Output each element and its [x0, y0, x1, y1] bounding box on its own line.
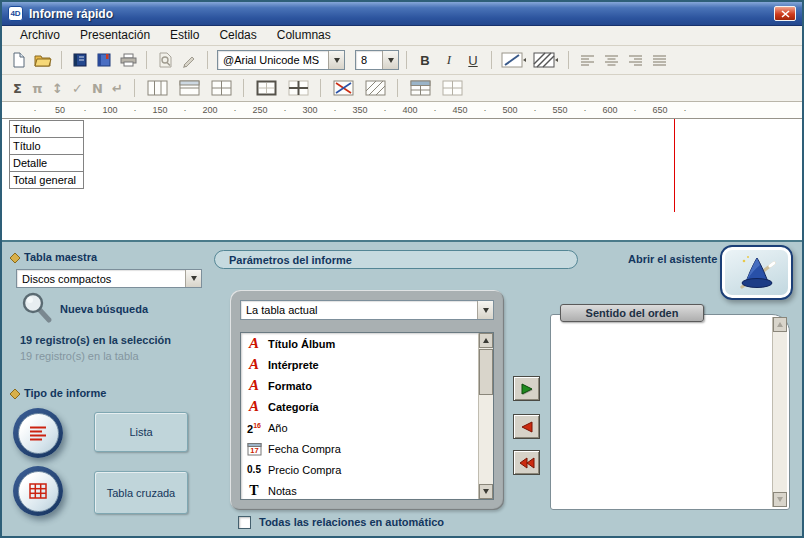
close-button[interactable]	[774, 6, 796, 21]
integer-type-icon: 216	[245, 420, 263, 435]
font-size-select[interactable]: 8	[355, 50, 399, 70]
ruler-dot: ·	[184, 105, 187, 115]
border-picker-button[interactable]	[499, 50, 529, 70]
remove-field-button[interactable]	[513, 414, 540, 439]
field-item-interprete[interactable]: AIntérprete	[241, 354, 478, 375]
menu-item-columnas[interactable]: Columnas	[267, 26, 341, 45]
master-table-select[interactable]: Discos compactos	[16, 269, 202, 288]
italic-button[interactable]: I	[438, 50, 460, 70]
scroll-down-button[interactable]	[773, 492, 787, 507]
border-outline-button[interactable]	[251, 78, 281, 98]
fill-pattern-button[interactable]	[531, 50, 561, 70]
scroll-thumb[interactable]	[479, 349, 493, 395]
open-button[interactable]	[32, 50, 54, 70]
align-left-button[interactable]	[576, 50, 598, 70]
ruler-dot: ·	[534, 105, 537, 115]
field-item-titulo-album[interactable]: ATítulo Álbum	[241, 333, 478, 354]
alpha-type-icon: A	[245, 378, 263, 393]
field-item-notas[interactable]: TNotas	[241, 480, 478, 499]
book-dark-button[interactable]	[69, 50, 91, 70]
field-item-fecha-compra[interactable]: 17Fecha Compra	[241, 438, 478, 459]
field-label: Formato	[268, 380, 312, 392]
cross-table-label: Tabla cruzada	[107, 487, 176, 499]
ruler-dot: ·	[484, 105, 487, 115]
return-icon[interactable]: ↵	[108, 79, 127, 97]
close-icon	[781, 10, 790, 18]
arrow-right-icon	[519, 382, 535, 396]
new-document-button[interactable]	[8, 50, 30, 70]
add-field-button[interactable]	[513, 376, 540, 401]
count-icon[interactable]: N	[88, 79, 107, 97]
arrow-double-left-icon	[518, 456, 536, 470]
field-list-scrollbar[interactable]	[478, 333, 493, 499]
field-list[interactable]: ATítulo ÁlbumAIntérpreteAFormatoACategor…	[240, 332, 494, 500]
scroll-up-button[interactable]	[773, 317, 787, 332]
field-item-categoria[interactable]: ACategoría	[241, 396, 478, 417]
section-bullet-icon	[10, 253, 20, 263]
ruler-tick-50: 50	[55, 105, 65, 115]
book-light-button[interactable]	[93, 50, 115, 70]
column-boundary-line[interactable]	[674, 119, 675, 212]
field-item-formato[interactable]: AFormato	[241, 375, 478, 396]
formula-icon[interactable]: π	[28, 79, 47, 97]
toolbar-separator	[207, 51, 208, 69]
underline-button[interactable]: U	[462, 50, 484, 70]
auto-relations-checkbox[interactable]	[238, 516, 251, 529]
report-design-area[interactable]: TítuloTítuloDetalleTotal general	[2, 119, 802, 240]
remove-all-fields-button[interactable]	[513, 450, 540, 475]
grid-color-button[interactable]	[328, 78, 358, 98]
cross-table-plate[interactable]: Tabla cruzada	[94, 471, 188, 514]
scroll-up-button[interactable]	[479, 333, 493, 348]
align-right-button[interactable]	[624, 50, 646, 70]
report-row-titulo[interactable]: Título	[9, 137, 84, 155]
field-list-items: ATítulo ÁlbumAIntérpreteAFormatoACategor…	[241, 333, 478, 499]
list-report-plate[interactable]: Lista	[94, 412, 188, 452]
report-row-titulo[interactable]: Título	[9, 120, 84, 138]
print-preview-button[interactable]	[154, 50, 176, 70]
table-clear-button[interactable]	[437, 78, 467, 98]
grid-pattern-button[interactable]	[360, 78, 390, 98]
edit-pencil-button[interactable]	[178, 50, 200, 70]
sort-order-label: Sentido del orden	[586, 307, 679, 319]
table-style-button[interactable]	[405, 78, 435, 98]
list-report-button[interactable]	[13, 408, 63, 458]
sort-list-scrollbar[interactable]	[772, 317, 787, 507]
ruler-tick-600: 600	[602, 105, 617, 115]
field-item-ano[interactable]: 216Año	[241, 417, 478, 438]
border-inner-button[interactable]	[283, 78, 313, 98]
menu-item-estilo[interactable]: Estilo	[160, 26, 209, 45]
cells-toolbar: Σπ↕✓N↵	[2, 75, 802, 102]
field-item-precio-compra[interactable]: 0.5Precio Compra	[241, 459, 478, 480]
report-row-detalle[interactable]: Detalle	[9, 154, 84, 172]
menu-item-celdas[interactable]: Celdas	[209, 26, 266, 45]
field-label: Año	[268, 422, 288, 434]
open-wizard-button[interactable]	[720, 245, 793, 300]
field-label: Categoría	[268, 401, 319, 413]
titlebar[interactable]: 4D Informe rápido	[2, 2, 802, 26]
scroll-down-button[interactable]	[479, 484, 493, 499]
sort-icon[interactable]: ↕	[48, 79, 67, 97]
ruler-dot: ·	[684, 105, 687, 115]
ruler-tick-300: 300	[302, 105, 317, 115]
cross-table-button[interactable]	[13, 466, 63, 516]
cell-split-rows-button[interactable]	[174, 78, 204, 98]
table-plain-icon	[442, 80, 463, 96]
printer-button[interactable]	[117, 50, 139, 70]
new-search-button[interactable]	[18, 292, 54, 326]
sum-icon[interactable]: Σ	[8, 79, 27, 97]
open-wizard-label: Abrir el asistente	[628, 253, 717, 265]
font-family-select[interactable]: @Arial Unicode MS	[217, 50, 345, 70]
align-center-button[interactable]	[600, 50, 622, 70]
bold-button[interactable]: B	[414, 50, 436, 70]
cell-split-columns-button[interactable]	[142, 78, 172, 98]
print-preview-icon	[158, 52, 173, 68]
check-icon[interactable]: ✓	[68, 79, 87, 97]
align-justify-button[interactable]	[648, 50, 670, 70]
report-row-total-general[interactable]: Total general	[9, 171, 84, 189]
menu-item-presentacion[interactable]: Presentación	[70, 26, 160, 45]
sort-order-list[interactable]	[550, 314, 790, 510]
menubar: ArchivoPresentaciónEstiloCeldasColumnas	[2, 26, 802, 46]
table-select[interactable]: La tabla actual	[240, 300, 494, 320]
cell-grid-button[interactable]	[206, 78, 236, 98]
menu-item-archivo[interactable]: Archivo	[10, 26, 70, 45]
